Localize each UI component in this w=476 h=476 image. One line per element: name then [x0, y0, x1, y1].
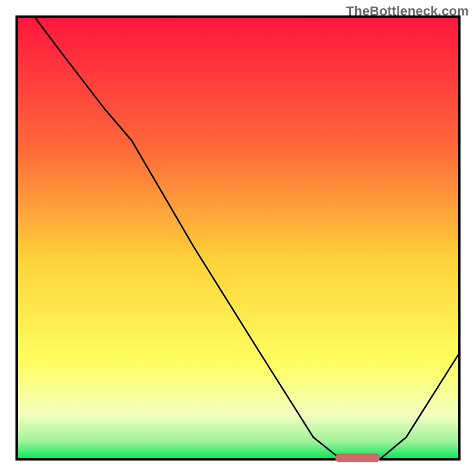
bottleneck-chart [0, 0, 476, 476]
plot-background [17, 17, 459, 459]
chart-container: TheBottleneck.com [0, 0, 476, 476]
optimal-range-marker [336, 454, 380, 462]
watermark-text: TheBottleneck.com [346, 4, 469, 19]
